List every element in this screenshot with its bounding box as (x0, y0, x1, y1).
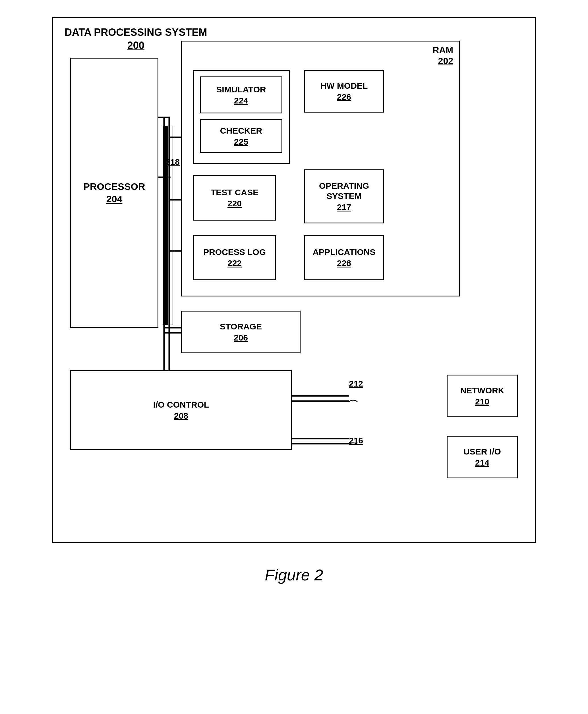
storage-box: STORAGE 206 (181, 311, 300, 353)
svg-rect-1 (168, 126, 173, 325)
test-case-box: TEST CASE 220 (193, 175, 276, 221)
simulator-box: SIMULATOR 224 (200, 77, 282, 113)
ram-box: RAM 202 SIMULATOR 224 CHECKER 225 HW MOD… (181, 41, 460, 297)
ref-216-label: 216 (349, 436, 363, 446)
hw-model-box: HW MODEL 226 (304, 70, 384, 112)
processor-box: PROCESSOR 204 (70, 58, 159, 328)
figure-caption: Figure 2 (265, 566, 323, 584)
svg-rect-0 (163, 126, 168, 325)
ref-218-label: 218 (166, 157, 180, 167)
os-box: OPERATING SYSTEM 217 (304, 169, 384, 223)
checker-box: CHECKER 225 (200, 119, 282, 153)
diagram-area: DATA PROCESSING SYSTEM 200 PROCESSOR 204… (52, 17, 536, 543)
user-io-box: USER I/O 214 (447, 436, 518, 478)
ref-212-label: 212 (349, 379, 363, 389)
process-log-box: PROCESS LOG 222 (193, 235, 276, 280)
sim-checker-group: SIMULATOR 224 CHECKER 225 (193, 70, 290, 164)
network-box: NETWORK 210 (447, 375, 518, 417)
applications-box: APPLICATIONS 228 (304, 235, 384, 280)
io-control-box: I/O CONTROL 208 (70, 370, 292, 450)
page-container: DATA PROCESSING SYSTEM 200 PROCESSOR 204… (0, 0, 588, 714)
